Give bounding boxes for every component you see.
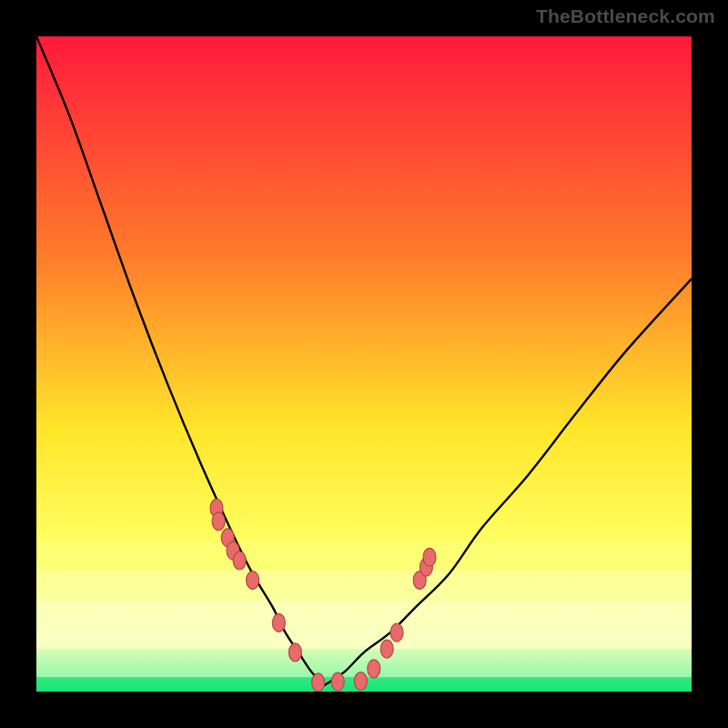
data-dot [331, 672, 344, 691]
data-dot [233, 551, 246, 570]
chart-container: TheBottleneck.com [0, 0, 728, 728]
data-dot [272, 613, 285, 632]
data-dot [354, 672, 367, 690]
data-dot [368, 660, 380, 678]
band-yellow [36, 571, 692, 600]
data-dot [380, 640, 393, 658]
data-dot [390, 623, 403, 642]
data-dot [212, 512, 225, 531]
data-dot [312, 673, 325, 692]
watermark-text: TheBottleneck.com [536, 5, 715, 27]
data-dot [247, 571, 259, 590]
data-dot [288, 643, 301, 662]
chart-svg [36, 36, 692, 692]
data-dot [423, 548, 436, 566]
band-cream [36, 600, 692, 649]
band-pale-yellow [36, 541, 692, 570]
plot-area [36, 36, 692, 692]
